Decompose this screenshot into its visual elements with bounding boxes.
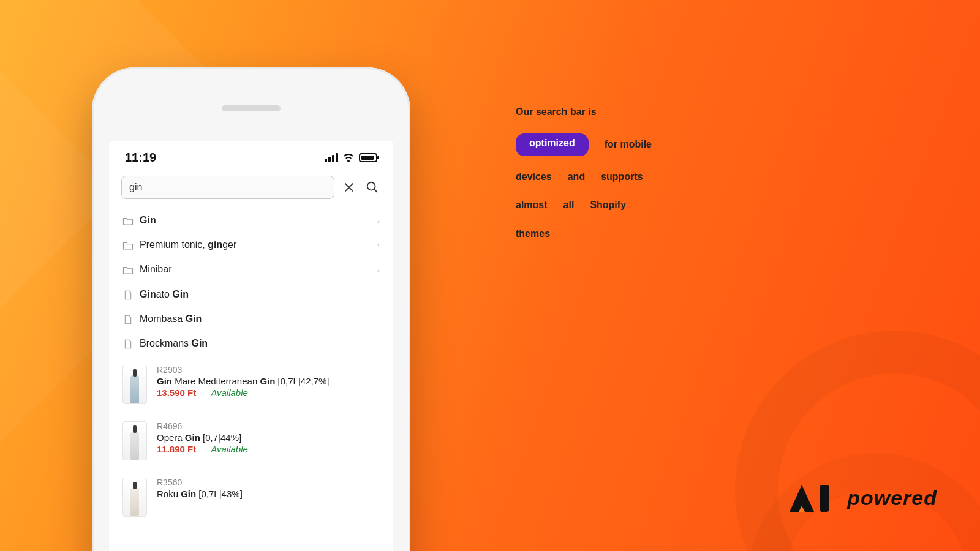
ai-logo-icon [786,481,839,514]
hero-copy: Our search bar is optimized for mobile d… [502,98,882,249]
product-availability: Available [211,444,248,454]
product-name: Gin Mare Mediterranean Gin [0,7L|42,7%] [157,376,330,386]
page-label: Brockmans Gin [140,338,208,349]
product-info: R2903 Gin Mare Mediterranean Gin [0,7L|4… [157,365,330,398]
product-name: Roku Gin [0,7L|43%] [157,489,243,499]
chevron-right-icon: › [377,265,380,274]
category-item[interactable]: Gin › [109,208,393,233]
hero-text: Shopify [590,198,626,213]
product-item[interactable]: R4696 Opera Gin [0,7|44%] 11.890 Ft Avai… [109,413,393,469]
svg-point-1 [368,182,375,190]
product-sku: R3560 [157,478,243,487]
search-button[interactable] [364,179,381,196]
product-thumb [123,421,147,460]
status-time: 11:19 [125,151,156,165]
phone-screen: 11:19 gin [109,141,393,551]
phone-speaker [222,105,281,111]
product-info: R3560 Roku Gin [0,7L|43%] [157,478,243,500]
product-sku: R4696 [157,421,248,431]
page-icon [123,290,134,299]
hero-text: themes [516,227,550,242]
promo-slide: Our search bar is optimized for mobile d… [0,0,980,551]
signal-icon [325,153,338,162]
page-item[interactable]: Ginato Gin [109,282,393,307]
page-item[interactable]: Brockmans Gin [109,331,393,356]
hero-text: and [568,170,585,185]
page-label: Ginato Gin [140,289,189,300]
status-bar: 11:19 [109,141,393,170]
product-thumb [123,478,147,517]
hero-text: supports [601,170,643,185]
product-availability: Available [211,388,248,398]
page-item[interactable]: Mombasa Gin [109,307,393,331]
chevron-right-icon: › [377,241,380,250]
search-value: gin [129,182,142,193]
product-thumb [123,365,147,404]
battery-icon [359,153,377,162]
folder-icon [123,265,134,274]
hero-text: almost [516,198,548,213]
page-icon [123,315,134,323]
hero-text: for mobile [605,137,652,152]
powered-text: powered [847,486,937,510]
hero-highlight: optimized [516,133,589,156]
category-label: Gin [140,215,156,226]
page-label: Mombasa Gin [140,313,202,324]
product-sku: R2903 [157,365,330,375]
product-name: Opera Gin [0,7|44%] [157,432,248,443]
hero-text: Our search bar is [516,105,597,120]
hero-text: devices [516,170,552,185]
folder-icon [123,241,134,249]
category-label: Minibar [140,264,172,275]
suggestion-products: R2903 Gin Mare Mediterranean Gin [0,7L|4… [109,356,393,525]
hero-text: all [564,198,575,213]
search-input[interactable]: gin [121,176,334,199]
category-item[interactable]: Minibar › [109,257,393,282]
ai-powered-badge: powered [786,481,937,514]
product-item[interactable]: R3560 Roku Gin [0,7L|43%] [109,469,393,525]
chevron-right-icon: › [377,216,380,225]
clear-button[interactable] [341,179,358,196]
phone-mockup: 11:19 gin [92,67,410,551]
folder-icon [123,216,134,225]
product-price: 11.890 Ft [157,444,196,454]
status-indicators [325,153,377,162]
suggestion-categories: Gin › Premium tonic, ginger › Minibar › [109,208,393,282]
page-icon [123,339,134,348]
category-label: Premium tonic, ginger [140,239,236,250]
wifi-icon [343,154,354,162]
product-item[interactable]: R2903 Gin Mare Mediterranean Gin [0,7L|4… [109,356,393,413]
search-row: gin [109,170,393,208]
suggestion-pages: Ginato Gin Mombasa Gin Brockmans Gin [109,282,393,356]
product-info: R4696 Opera Gin [0,7|44%] 11.890 Ft Avai… [157,421,248,454]
svg-rect-0 [820,485,829,512]
category-item[interactable]: Premium tonic, ginger › [109,233,393,257]
product-price: 13.590 Ft [157,388,196,398]
